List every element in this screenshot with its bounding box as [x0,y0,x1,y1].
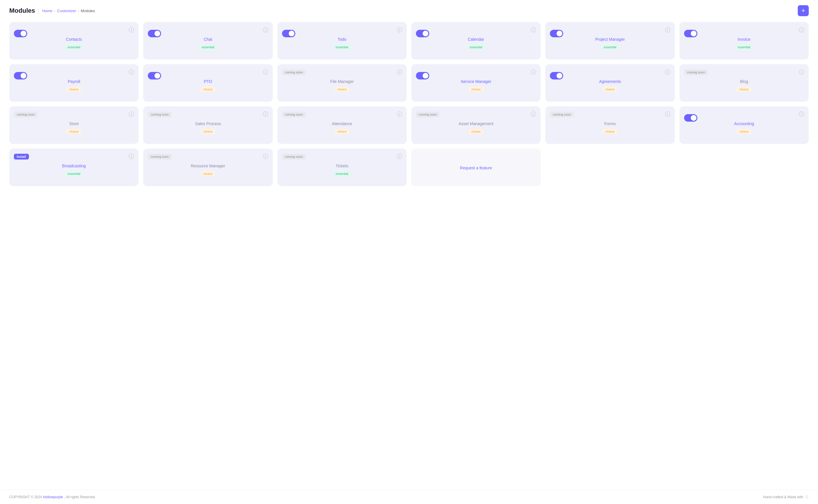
badge-accounting: choice [736,129,752,134]
info-icon-file-manager[interactable]: i [397,69,402,75]
coming-soon-pill-attendance: coming soon [282,112,306,117]
badge-blog: choice [736,87,752,92]
module-card-tickets: coming sooniTicketsessential [277,149,407,186]
card-status-store: coming soon [14,112,38,117]
breadcrumb-sep-1: › [54,9,55,13]
module-card-request-feature[interactable]: Request a feature [411,149,541,186]
module-name-sales-process: Sales Process [195,121,221,126]
module-card-store: coming sooniStorechoice [9,106,138,144]
card-top-todo: i [282,27,402,32]
module-card-agreements: iAgreementschoice [545,64,675,102]
module-card-todo: iTodoessential [277,22,407,60]
card-top-attendance: coming sooni [282,112,402,117]
module-card-pto: iPTOchoice [143,64,273,102]
module-card-resource-manager: coming sooniResource Managerchoice [143,149,273,186]
info-icon-accounting[interactable]: i [799,112,804,117]
info-icon-service-manager[interactable]: i [531,69,536,75]
breadcrumb-customizer[interactable]: Customizer [57,9,76,13]
info-icon-project-manager[interactable]: i [665,27,670,32]
main-content: iContactsessential iChatessential iTodoe… [0,20,818,490]
info-icon-store[interactable]: i [129,112,134,117]
card-top-calendar: i [416,27,536,32]
info-icon-payroll[interactable]: i [129,69,134,75]
badge-calendar: essential [467,45,485,50]
module-name-asset-management: Asset Management [458,121,493,126]
add-module-button[interactable]: + [798,5,809,16]
module-name-pto: PTO [204,79,212,84]
module-name-store: Store [69,121,79,126]
breadcrumb-sep-2: › [78,9,79,13]
module-name-agreements: Agreements [599,79,621,84]
footer-rights: , All rights Reserved [64,495,95,499]
header-divider [38,8,39,14]
footer: COPYRIGHT © 2024 Hollowpurple , All righ… [0,490,818,504]
card-top-accounting: i [684,112,804,117]
card-top-service-manager: i [416,69,536,75]
module-card-asset-management: coming sooniAsset Managementchoice [411,106,541,144]
info-icon-todo[interactable]: i [397,27,402,32]
info-icon-invoice[interactable]: i [799,27,804,32]
module-card-file-manager: coming sooniFile Managerchoice [277,64,407,102]
footer-copyright: COPYRIGHT © 2024 [9,495,42,499]
info-icon-blog[interactable]: i [799,69,804,75]
module-card-service-manager: iService Managerchoice [411,64,541,102]
module-card-blog: coming sooniBlogchoice [680,64,809,102]
coming-soon-pill-sales-process: coming soon [148,112,171,117]
module-card-payroll: iPayrollchoice [9,64,138,102]
module-card-project-manager: iProject Manageressential [545,22,675,60]
module-card-sales-process: coming sooniSales Processchoice [143,106,273,144]
badge-resource-manager: choice [200,171,216,176]
module-name-blog: Blog [740,79,748,84]
modules-grid: iContactsessential iChatessential iTodoe… [9,22,809,186]
module-name-broadcasting: Broadcasting [62,164,86,168]
card-top-store: coming sooni [14,112,134,117]
card-status-broadcasting[interactable]: Install [14,154,29,159]
module-name-attendance: Attendance [332,121,352,126]
badge-invoice: essential [735,45,753,50]
info-icon-sales-process[interactable]: i [263,112,268,117]
info-icon-pto[interactable]: i [263,69,268,75]
card-top-invoice: i [684,27,804,32]
badge-payroll: choice [66,87,82,92]
badge-tickets: essential [333,171,351,176]
badge-file-manager: choice [334,87,349,92]
card-status-blog: coming soon [684,69,708,75]
badge-broadcasting: essential [65,171,83,176]
badge-asset-management: choice [469,129,484,134]
card-top-blog: coming sooni [684,69,804,75]
card-status-forms: coming soon [550,112,573,117]
info-icon-attendance[interactable]: i [397,112,402,117]
module-name-todo: Todo [338,37,346,42]
module-name-file-manager: File Manager [330,79,354,84]
info-icon-tickets[interactable]: i [397,154,402,159]
info-icon-contacts[interactable]: i [129,27,134,32]
info-icon-resource-manager[interactable]: i [263,154,268,159]
badge-contacts: essential [65,45,83,50]
badge-agreements: choice [602,87,618,92]
footer-right: Hand-crafted & Made with ♡ [763,495,809,499]
card-status-file-manager: coming soon [282,69,306,75]
badge-store: choice [66,129,82,134]
install-pill-broadcasting[interactable]: Install [14,154,29,160]
info-icon-forms[interactable]: i [665,112,670,117]
heart-icon: ♡ [805,495,809,499]
breadcrumb-home[interactable]: Home [42,9,52,13]
info-icon-calendar[interactable]: i [531,27,536,32]
coming-soon-pill-asset-management: coming soon [416,112,440,117]
footer-brand[interactable]: Hollowpurple [43,495,63,499]
info-icon-broadcasting[interactable]: i [129,154,134,159]
info-icon-chat[interactable]: i [263,27,268,32]
module-name-contacts: Contacts [66,37,82,42]
card-top-pto: i [148,69,268,75]
card-status-asset-management: coming soon [416,112,440,117]
card-top-payroll: i [14,69,134,75]
coming-soon-pill-blog: coming soon [684,69,708,75]
header-left: Modules Home › Customizer › Modules [9,7,95,14]
page-title: Modules [9,7,35,14]
card-top-chat: i [148,27,268,32]
info-icon-agreements[interactable]: i [665,69,670,75]
info-icon-asset-management[interactable]: i [531,112,536,117]
coming-soon-pill-store: coming soon [14,112,38,117]
card-top-tickets: coming sooni [282,154,402,159]
coming-soon-pill-resource-manager: coming soon [148,154,171,160]
